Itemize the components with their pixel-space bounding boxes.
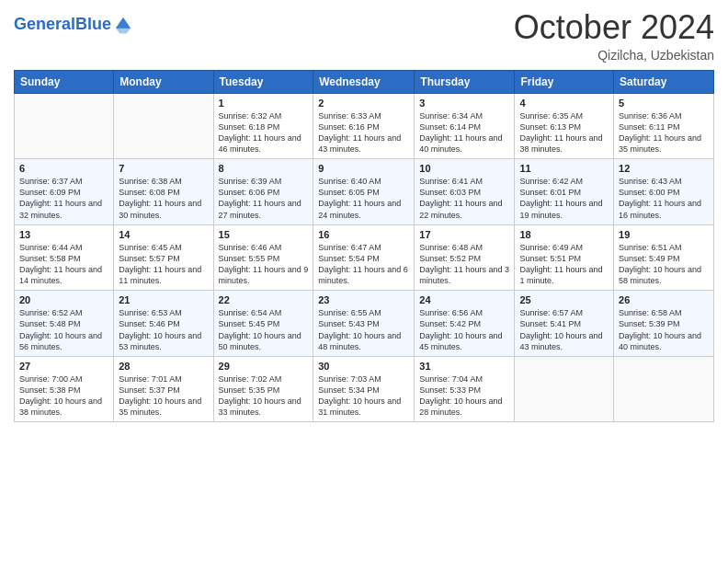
calendar-week-row: 1Sunrise: 6:32 AMSunset: 6:18 PMDaylight… — [15, 93, 714, 159]
day-number: 22 — [219, 294, 309, 305]
logo-blue: Blue — [75, 15, 111, 33]
day-number: 12 — [619, 163, 709, 174]
day-info: Sunrise: 6:35 AMSunset: 6:13 PMDaylight:… — [519, 110, 609, 155]
month-title: October 2024 — [514, 9, 714, 46]
calendar-cell: 18Sunrise: 6:49 AMSunset: 5:51 PMDayligh… — [515, 224, 614, 291]
day-info: Sunrise: 6:37 AMSunset: 6:09 PMDaylight:… — [19, 176, 108, 221]
logo: GeneralBlue — [14, 15, 133, 35]
day-number: 8 — [219, 163, 309, 174]
day-number: 29 — [219, 361, 309, 372]
page: GeneralBlue October 2024 Qizilcha, Uzbek… — [0, 0, 728, 563]
calendar-cell: 15Sunrise: 6:46 AMSunset: 5:55 PMDayligh… — [213, 224, 313, 291]
day-number: 27 — [19, 361, 108, 372]
day-number: 26 — [619, 294, 709, 305]
day-info: Sunrise: 6:34 AMSunset: 6:14 PMDaylight:… — [419, 110, 509, 155]
day-number: 13 — [19, 229, 108, 240]
calendar-cell: 29Sunrise: 7:02 AMSunset: 5:35 PMDayligh… — [213, 356, 313, 422]
calendar-cell: 9Sunrise: 6:40 AMSunset: 6:05 PMDaylight… — [313, 159, 415, 225]
day-number: 6 — [19, 163, 108, 174]
calendar-cell — [614, 356, 714, 422]
day-number: 19 — [619, 229, 709, 240]
day-info: Sunrise: 7:00 AMSunset: 5:38 PMDaylight:… — [19, 373, 108, 419]
day-number: 17 — [419, 229, 509, 240]
day-number: 7 — [119, 163, 208, 174]
calendar-cell: 14Sunrise: 6:45 AMSunset: 5:57 PMDayligh… — [114, 224, 213, 291]
day-info: Sunrise: 6:39 AMSunset: 6:06 PMDaylight:… — [219, 176, 309, 221]
day-info: Sunrise: 6:49 AMSunset: 5:51 PMDaylight:… — [519, 242, 609, 287]
day-number: 4 — [519, 98, 609, 109]
day-number: 2 — [318, 98, 409, 109]
logo-icon — [113, 15, 133, 35]
day-info: Sunrise: 7:04 AMSunset: 5:33 PMDaylight:… — [419, 373, 509, 419]
day-info: Sunrise: 6:48 AMSunset: 5:52 PMDaylight:… — [419, 242, 509, 287]
header: GeneralBlue October 2024 Qizilcha, Uzbek… — [14, 9, 714, 63]
weekday-header: Sunday — [15, 70, 114, 93]
calendar-cell: 19Sunrise: 6:51 AMSunset: 5:49 PMDayligh… — [614, 224, 714, 291]
day-info: Sunrise: 6:58 AMSunset: 5:39 PMDaylight:… — [619, 307, 709, 352]
day-info: Sunrise: 7:03 AMSunset: 5:34 PMDaylight:… — [318, 373, 409, 419]
calendar-cell: 21Sunrise: 6:53 AMSunset: 5:46 PMDayligh… — [114, 291, 213, 357]
day-info: Sunrise: 6:33 AMSunset: 6:16 PMDaylight:… — [318, 110, 409, 155]
calendar-cell: 23Sunrise: 6:55 AMSunset: 5:43 PMDayligh… — [313, 291, 415, 357]
day-number: 3 — [419, 98, 509, 109]
title-block: October 2024 Qizilcha, Uzbekistan — [514, 9, 714, 63]
calendar-cell: 10Sunrise: 6:41 AMSunset: 6:03 PMDayligh… — [415, 159, 515, 225]
weekday-header: Monday — [114, 70, 213, 93]
calendar-cell: 2Sunrise: 6:33 AMSunset: 6:16 PMDaylight… — [313, 93, 415, 159]
day-number: 24 — [419, 294, 509, 305]
day-number: 5 — [619, 98, 709, 109]
svg-marker-1 — [116, 17, 131, 34]
calendar-cell: 4Sunrise: 6:35 AMSunset: 6:13 PMDaylight… — [515, 93, 614, 159]
day-number: 14 — [119, 229, 208, 240]
day-info: Sunrise: 6:47 AMSunset: 5:54 PMDaylight:… — [318, 242, 409, 287]
calendar-cell: 24Sunrise: 6:56 AMSunset: 5:42 PMDayligh… — [415, 291, 515, 357]
day-info: Sunrise: 6:42 AMSunset: 6:01 PMDaylight:… — [519, 176, 609, 221]
day-number: 28 — [119, 361, 208, 372]
calendar-cell: 16Sunrise: 6:47 AMSunset: 5:54 PMDayligh… — [313, 224, 415, 291]
day-number: 23 — [318, 294, 409, 305]
day-info: Sunrise: 6:54 AMSunset: 5:45 PMDaylight:… — [219, 307, 309, 352]
day-number: 30 — [318, 361, 409, 372]
day-info: Sunrise: 6:32 AMSunset: 6:18 PMDaylight:… — [219, 110, 309, 155]
calendar-cell: 22Sunrise: 6:54 AMSunset: 5:45 PMDayligh… — [213, 291, 313, 357]
calendar-cell: 28Sunrise: 7:01 AMSunset: 5:37 PMDayligh… — [114, 356, 213, 422]
calendar-week-row: 13Sunrise: 6:44 AMSunset: 5:58 PMDayligh… — [15, 224, 714, 291]
calendar-cell: 25Sunrise: 6:57 AMSunset: 5:41 PMDayligh… — [515, 291, 614, 357]
calendar-cell: 26Sunrise: 6:58 AMSunset: 5:39 PMDayligh… — [614, 291, 714, 357]
calendar-cell — [114, 93, 213, 159]
day-number: 15 — [219, 229, 309, 240]
calendar: SundayMondayTuesdayWednesdayThursdayFrid… — [14, 70, 714, 423]
day-info: Sunrise: 7:02 AMSunset: 5:35 PMDaylight:… — [219, 373, 309, 419]
calendar-week-row: 6Sunrise: 6:37 AMSunset: 6:09 PMDaylight… — [15, 159, 714, 225]
calendar-week-row: 27Sunrise: 7:00 AMSunset: 5:38 PMDayligh… — [15, 356, 714, 422]
weekday-header: Tuesday — [213, 70, 313, 93]
day-info: Sunrise: 6:38 AMSunset: 6:08 PMDaylight:… — [119, 176, 208, 221]
calendar-cell: 3Sunrise: 6:34 AMSunset: 6:14 PMDaylight… — [415, 93, 515, 159]
calendar-cell: 1Sunrise: 6:32 AMSunset: 6:18 PMDaylight… — [213, 93, 313, 159]
calendar-cell — [15, 93, 114, 159]
calendar-cell: 8Sunrise: 6:39 AMSunset: 6:06 PMDaylight… — [213, 159, 313, 225]
calendar-cell: 7Sunrise: 6:38 AMSunset: 6:08 PMDaylight… — [114, 159, 213, 225]
day-number: 10 — [419, 163, 509, 174]
day-number: 31 — [419, 361, 509, 372]
weekday-header-row: SundayMondayTuesdayWednesdayThursdayFrid… — [15, 70, 714, 93]
location: Qizilcha, Uzbekistan — [514, 48, 714, 63]
day-info: Sunrise: 6:45 AMSunset: 5:57 PMDaylight:… — [119, 242, 208, 287]
day-info: Sunrise: 7:01 AMSunset: 5:37 PMDaylight:… — [119, 373, 208, 419]
day-info: Sunrise: 6:53 AMSunset: 5:46 PMDaylight:… — [119, 307, 208, 352]
day-number: 1 — [219, 98, 309, 109]
day-info: Sunrise: 6:43 AMSunset: 6:00 PMDaylight:… — [619, 176, 709, 221]
calendar-cell: 27Sunrise: 7:00 AMSunset: 5:38 PMDayligh… — [15, 356, 114, 422]
weekday-header: Wednesday — [313, 70, 415, 93]
logo-general: General — [14, 15, 75, 33]
calendar-cell: 20Sunrise: 6:52 AMSunset: 5:48 PMDayligh… — [15, 291, 114, 357]
calendar-cell: 17Sunrise: 6:48 AMSunset: 5:52 PMDayligh… — [415, 224, 515, 291]
day-info: Sunrise: 6:55 AMSunset: 5:43 PMDaylight:… — [318, 307, 409, 352]
day-number: 21 — [119, 294, 208, 305]
logo-text: GeneralBlue — [14, 16, 111, 34]
weekday-header: Friday — [515, 70, 614, 93]
calendar-week-row: 20Sunrise: 6:52 AMSunset: 5:48 PMDayligh… — [15, 291, 714, 357]
day-info: Sunrise: 6:51 AMSunset: 5:49 PMDaylight:… — [619, 242, 709, 287]
day-number: 25 — [519, 294, 609, 305]
calendar-cell: 12Sunrise: 6:43 AMSunset: 6:00 PMDayligh… — [614, 159, 714, 225]
